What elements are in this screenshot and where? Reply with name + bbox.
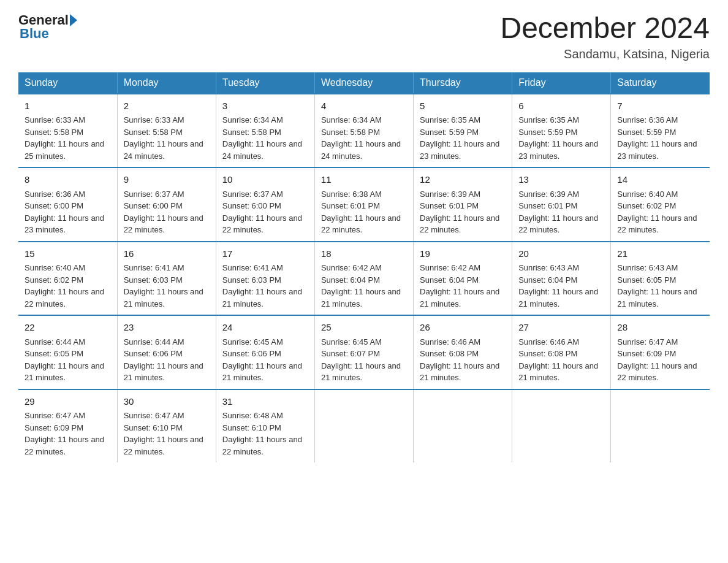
- day-number: 14: [617, 173, 703, 187]
- sunset-text: Sunset: 6:05 PM: [25, 349, 83, 358]
- daylight-text: Daylight: 11 hours and 21 minutes.: [222, 287, 302, 308]
- day-number: 26: [420, 321, 506, 335]
- day-number: 20: [518, 247, 604, 261]
- daylight-text: Daylight: 11 hours and 23 minutes.: [518, 139, 598, 161]
- sunset-text: Sunset: 6:04 PM: [518, 275, 577, 285]
- daylight-text: Daylight: 11 hours and 22 minutes.: [518, 213, 598, 235]
- calendar-cell: [314, 389, 413, 463]
- sunset-text: Sunset: 5:59 PM: [420, 128, 479, 137]
- calendar-cell: 8Sunrise: 6:36 AMSunset: 6:00 PMDaylight…: [18, 167, 117, 242]
- daylight-text: Daylight: 11 hours and 24 minutes.: [321, 139, 401, 161]
- header-saturday: Saturday: [611, 72, 710, 94]
- sunrise-text: Sunrise: 6:48 AM: [222, 411, 283, 420]
- header-friday: Friday: [512, 72, 611, 94]
- sunset-text: Sunset: 5:58 PM: [25, 128, 83, 137]
- day-number: 24: [222, 321, 308, 335]
- sunrise-text: Sunrise: 6:46 AM: [518, 337, 579, 347]
- day-number: 19: [420, 247, 506, 261]
- sunset-text: Sunset: 6:08 PM: [420, 349, 479, 358]
- day-number: 22: [25, 321, 111, 335]
- day-number: 28: [617, 321, 703, 335]
- sunrise-text: Sunrise: 6:42 AM: [321, 263, 382, 272]
- calendar-cell: 13Sunrise: 6:39 AMSunset: 6:01 PMDayligh…: [512, 167, 611, 242]
- daylight-text: Daylight: 11 hours and 21 minutes.: [321, 361, 401, 383]
- sunset-text: Sunset: 6:00 PM: [124, 201, 183, 210]
- sunrise-text: Sunrise: 6:41 AM: [124, 263, 184, 272]
- sunrise-text: Sunrise: 6:41 AM: [222, 263, 283, 272]
- sunrise-text: Sunrise: 6:34 AM: [222, 115, 283, 124]
- daylight-text: Daylight: 11 hours and 21 minutes.: [420, 287, 499, 308]
- sunset-text: Sunset: 6:06 PM: [124, 349, 183, 358]
- sunrise-text: Sunrise: 6:47 AM: [124, 411, 184, 420]
- day-number: 21: [617, 247, 703, 261]
- day-number: 30: [124, 395, 210, 409]
- calendar-cell: 2Sunrise: 6:33 AMSunset: 5:58 PMDaylight…: [117, 94, 216, 168]
- day-number: 12: [420, 173, 506, 187]
- sunrise-text: Sunrise: 6:33 AM: [124, 115, 184, 124]
- calendar-cell: 10Sunrise: 6:37 AMSunset: 6:00 PMDayligh…: [216, 167, 314, 242]
- day-number: 4: [321, 99, 407, 113]
- calendar-cell: 28Sunrise: 6:47 AMSunset: 6:09 PMDayligh…: [611, 315, 710, 389]
- header-monday: Monday: [117, 72, 216, 94]
- sunrise-text: Sunrise: 6:39 AM: [420, 190, 480, 199]
- calendar-cell: 29Sunrise: 6:47 AMSunset: 6:09 PMDayligh…: [18, 389, 117, 463]
- day-number: 15: [25, 247, 111, 261]
- daylight-text: Daylight: 11 hours and 23 minutes.: [25, 213, 104, 235]
- sunrise-text: Sunrise: 6:37 AM: [222, 190, 283, 199]
- calendar-cell: 19Sunrise: 6:42 AMSunset: 6:04 PMDayligh…: [414, 242, 512, 316]
- sunrise-text: Sunrise: 6:43 AM: [518, 263, 579, 272]
- calendar-cell: 17Sunrise: 6:41 AMSunset: 6:03 PMDayligh…: [216, 242, 314, 316]
- day-number: 29: [25, 395, 111, 409]
- sunrise-text: Sunrise: 6:45 AM: [321, 337, 382, 347]
- daylight-text: Daylight: 11 hours and 23 minutes.: [617, 139, 697, 161]
- daylight-text: Daylight: 11 hours and 21 minutes.: [222, 361, 302, 383]
- logo: General Blue: [18, 12, 78, 42]
- sunrise-text: Sunrise: 6:39 AM: [518, 190, 579, 199]
- sunrise-text: Sunrise: 6:36 AM: [25, 190, 85, 199]
- sunrise-text: Sunrise: 6:37 AM: [124, 190, 184, 199]
- sunset-text: Sunset: 6:04 PM: [420, 275, 479, 285]
- title-area: December 2024 Sandamu, Katsina, Nigeria: [500, 12, 710, 61]
- sunset-text: Sunset: 6:02 PM: [25, 275, 83, 285]
- daylight-text: Daylight: 11 hours and 24 minutes.: [222, 139, 302, 161]
- logo-arrow-icon: [70, 14, 77, 26]
- calendar-cell: 9Sunrise: 6:37 AMSunset: 6:00 PMDaylight…: [117, 167, 216, 242]
- calendar-cell: 18Sunrise: 6:42 AMSunset: 6:04 PMDayligh…: [314, 242, 413, 316]
- sunrise-text: Sunrise: 6:35 AM: [518, 115, 579, 124]
- calendar-cell: 31Sunrise: 6:48 AMSunset: 6:10 PMDayligh…: [216, 389, 314, 463]
- week-row-2: 8Sunrise: 6:36 AMSunset: 6:00 PMDaylight…: [18, 167, 710, 242]
- calendar-cell: 14Sunrise: 6:40 AMSunset: 6:02 PMDayligh…: [611, 167, 710, 242]
- daylight-text: Daylight: 11 hours and 21 minutes.: [124, 287, 203, 308]
- daylight-text: Daylight: 11 hours and 25 minutes.: [25, 139, 104, 161]
- daylight-text: Daylight: 11 hours and 22 minutes.: [617, 213, 697, 235]
- calendar-cell: [414, 389, 512, 463]
- sunrise-text: Sunrise: 6:46 AM: [420, 337, 480, 347]
- calendar-cell: 12Sunrise: 6:39 AMSunset: 6:01 PMDayligh…: [414, 167, 512, 242]
- sunrise-text: Sunrise: 6:45 AM: [222, 337, 283, 347]
- sunrise-text: Sunrise: 6:36 AM: [617, 115, 678, 124]
- sunset-text: Sunset: 6:10 PM: [222, 423, 281, 432]
- sunrise-text: Sunrise: 6:40 AM: [25, 263, 85, 272]
- calendar-header-row: SundayMondayTuesdayWednesdayThursdayFrid…: [18, 72, 710, 94]
- daylight-text: Daylight: 11 hours and 21 minutes.: [124, 361, 203, 383]
- day-number: 23: [124, 321, 210, 335]
- sunrise-text: Sunrise: 6:43 AM: [617, 263, 678, 272]
- day-number: 7: [617, 99, 703, 113]
- calendar-cell: 7Sunrise: 6:36 AMSunset: 5:59 PMDaylight…: [611, 94, 710, 168]
- calendar-cell: 11Sunrise: 6:38 AMSunset: 6:01 PMDayligh…: [314, 167, 413, 242]
- daylight-text: Daylight: 11 hours and 21 minutes.: [420, 361, 499, 383]
- week-row-1: 1Sunrise: 6:33 AMSunset: 5:58 PMDaylight…: [18, 94, 710, 168]
- daylight-text: Daylight: 11 hours and 22 minutes.: [222, 435, 302, 456]
- day-number: 6: [518, 99, 604, 113]
- sunrise-text: Sunrise: 6:40 AM: [617, 190, 678, 199]
- day-number: 27: [518, 321, 604, 335]
- calendar-cell: 22Sunrise: 6:44 AMSunset: 6:05 PMDayligh…: [18, 315, 117, 389]
- header-thursday: Thursday: [414, 72, 512, 94]
- sunset-text: Sunset: 6:02 PM: [617, 201, 676, 210]
- calendar-cell: 3Sunrise: 6:34 AMSunset: 5:58 PMDaylight…: [216, 94, 314, 168]
- page-header: General Blue December 2024 Sandamu, Kats…: [18, 12, 710, 61]
- calendar-cell: 26Sunrise: 6:46 AMSunset: 6:08 PMDayligh…: [414, 315, 512, 389]
- week-row-4: 22Sunrise: 6:44 AMSunset: 6:05 PMDayligh…: [18, 315, 710, 389]
- calendar-table: SundayMondayTuesdayWednesdayThursdayFrid…: [18, 72, 710, 463]
- day-number: 3: [222, 99, 308, 113]
